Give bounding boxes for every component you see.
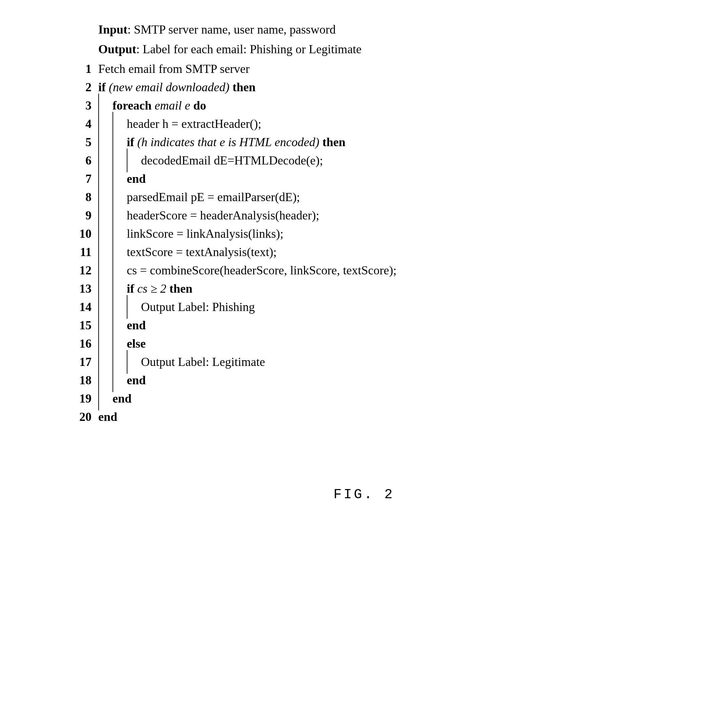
line-number: 2 bbox=[61, 78, 98, 96]
token: cs ≥ 2 bbox=[137, 282, 167, 295]
input-line: 0 Input: SMTP server name, user name, pa… bbox=[61, 20, 714, 39]
algorithm-block: 0 Input: SMTP server name, user name, pa… bbox=[61, 20, 714, 426]
input-text: : SMTP server name, user name, password bbox=[127, 23, 336, 36]
input-label: Input bbox=[98, 23, 127, 36]
code-line: 16else bbox=[61, 334, 714, 353]
line-text: headerScore = headerAnalysis(header); bbox=[127, 206, 319, 224]
line-text: end bbox=[127, 371, 146, 389]
code-line: 14Output Label: Phishing bbox=[61, 298, 714, 316]
line-number: 7 bbox=[61, 170, 98, 188]
line-number: 20 bbox=[61, 408, 98, 426]
code-line: 1Fetch email from SMTP server bbox=[61, 60, 714, 78]
token: if bbox=[98, 80, 109, 94]
token: parsedEmail pE = emailParser(dE); bbox=[127, 190, 300, 204]
block-rule bbox=[98, 386, 113, 410]
line-number: 3 bbox=[61, 96, 98, 115]
block-rule bbox=[127, 295, 141, 319]
code-line: 15end bbox=[61, 316, 714, 334]
output-label: Output bbox=[98, 42, 136, 56]
code-line: 11textScore = textAnalysis(text); bbox=[61, 243, 714, 261]
code-line: 10linkScore = linkAnalysis(links); bbox=[61, 224, 714, 243]
code-line: 2if (new email downloaded) then bbox=[61, 78, 714, 96]
line-number: 18 bbox=[61, 371, 98, 389]
token: if bbox=[127, 282, 137, 295]
token: headerScore = headerAnalysis(header); bbox=[127, 208, 319, 222]
token: Output Label: Legitimate bbox=[141, 355, 265, 369]
token: then bbox=[229, 80, 255, 94]
token: textScore = textAnalysis(text); bbox=[127, 245, 277, 259]
line-number: 16 bbox=[61, 334, 98, 353]
code-line: 19end bbox=[61, 389, 714, 408]
line-text: Output Label: Legitimate bbox=[141, 353, 265, 371]
output-content: Output: Label for each email: Phishing o… bbox=[98, 40, 362, 58]
line-text: header h = extractHeader(); bbox=[127, 115, 261, 133]
line-content: Fetch email from SMTP server bbox=[98, 60, 250, 78]
token: foreach bbox=[113, 99, 154, 112]
line-text: linkScore = linkAnalysis(links); bbox=[127, 224, 283, 243]
block-rule bbox=[113, 368, 127, 392]
token: if bbox=[127, 135, 137, 149]
line-content: decodedEmail dE=HTMLDecode(e); bbox=[98, 151, 323, 170]
line-content: parsedEmail pE = emailParser(dE); bbox=[98, 188, 300, 206]
code-line: 12cs = combineScore(headerScore, linkSco… bbox=[61, 261, 714, 279]
figure-caption: FIG. 2 bbox=[14, 487, 714, 502]
token: end bbox=[113, 392, 132, 405]
line-number: 6 bbox=[61, 151, 98, 170]
token: else bbox=[127, 337, 146, 350]
code-line: 7end bbox=[61, 170, 714, 188]
code-line: 4header h = extractHeader(); bbox=[61, 115, 714, 133]
line-text: textScore = textAnalysis(text); bbox=[127, 243, 277, 261]
token: Fetch email from SMTP server bbox=[98, 62, 250, 76]
code-line: 8parsedEmail pE = emailParser(dE); bbox=[61, 188, 714, 206]
line-content: end bbox=[98, 389, 132, 408]
code-line: 17Output Label: Legitimate bbox=[61, 353, 714, 371]
code-lines: 1Fetch email from SMTP server2if (new em… bbox=[61, 60, 714, 426]
token: do bbox=[190, 99, 206, 112]
line-text: Fetch email from SMTP server bbox=[98, 60, 250, 78]
token: Output Label: Phishing bbox=[141, 300, 255, 314]
line-content: cs = combineScore(headerScore, linkScore… bbox=[98, 261, 396, 279]
block-rule bbox=[127, 149, 141, 172]
line-content: end bbox=[98, 408, 117, 426]
code-line: 18end bbox=[61, 371, 714, 389]
line-number: 14 bbox=[61, 298, 98, 316]
line-text: end bbox=[127, 316, 146, 334]
output-line: 0 Output: Label for each email: Phishing… bbox=[61, 40, 714, 58]
line-number: 11 bbox=[61, 243, 98, 261]
line-text: if (new email downloaded) then bbox=[98, 78, 255, 96]
token: (h indicates that e is HTML encoded) bbox=[137, 135, 319, 149]
code-line: 5if (h indicates that e is HTML encoded)… bbox=[61, 133, 714, 151]
token: decodedEmail dE=HTMLDecode(e); bbox=[141, 153, 323, 167]
line-text: end bbox=[98, 408, 117, 426]
token: then bbox=[319, 135, 346, 149]
token: end bbox=[98, 410, 117, 424]
line-text: decodedEmail dE=HTMLDecode(e); bbox=[141, 151, 323, 170]
line-number: 17 bbox=[61, 353, 98, 371]
line-number: 1 bbox=[61, 60, 98, 78]
line-number: 10 bbox=[61, 224, 98, 243]
code-line: 3foreach email e do bbox=[61, 96, 714, 115]
token: then bbox=[167, 282, 193, 295]
line-text: if (h indicates that e is HTML encoded) … bbox=[127, 133, 346, 151]
line-number: 9 bbox=[61, 206, 98, 224]
block-rule bbox=[127, 350, 141, 374]
code-line: 6decodedEmail dE=HTMLDecode(e); bbox=[61, 151, 714, 170]
line-number: 5 bbox=[61, 133, 98, 151]
line-number: 15 bbox=[61, 316, 98, 334]
token: linkScore = linkAnalysis(links); bbox=[127, 227, 283, 241]
line-number: 12 bbox=[61, 261, 98, 279]
line-text: end bbox=[127, 170, 146, 188]
token: end bbox=[127, 319, 146, 332]
line-text: Output Label: Phishing bbox=[141, 298, 255, 316]
code-line: 20end bbox=[61, 408, 714, 426]
line-text: parsedEmail pE = emailParser(dE); bbox=[127, 188, 300, 206]
token: cs = combineScore(headerScore, linkScore… bbox=[127, 264, 396, 277]
code-line: 9headerScore = headerAnalysis(header); bbox=[61, 206, 714, 224]
line-text: end bbox=[113, 389, 132, 408]
token: end bbox=[127, 373, 146, 387]
line-number: 19 bbox=[61, 389, 98, 408]
line-number: 4 bbox=[61, 115, 98, 133]
line-number: 13 bbox=[61, 279, 98, 298]
token: header h = extractHeader(); bbox=[127, 117, 261, 130]
line-content: headerScore = headerAnalysis(header); bbox=[98, 206, 319, 224]
